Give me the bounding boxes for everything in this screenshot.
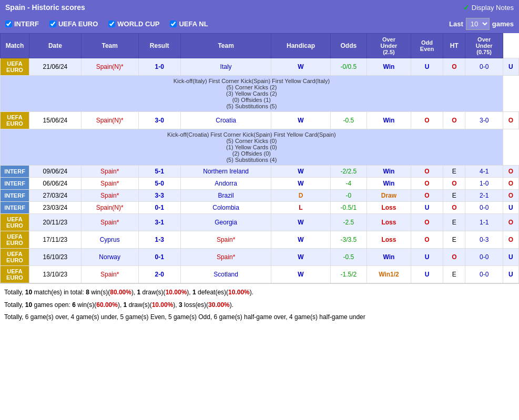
filter-world-cup: WORLD CUP [108,20,159,28]
over-under-cell: U [411,266,443,283]
date-cell: 15/06/24 [29,112,82,129]
result-cell: 1-0 [138,58,180,76]
main-table: Match Date Team Result Team Handicap Odd… [0,33,519,283]
team1-cell: Spain(N)* [81,58,138,76]
odd-even-cell: E [443,266,465,283]
odd-even-cell: O [443,249,465,266]
col-odd-even: OddEven [411,34,443,58]
team1-cell: Spain* [81,178,138,190]
team2-cell: Spain* [180,231,271,249]
last-games-select[interactable]: 10 20 30 [466,18,490,30]
games-label: games [492,20,514,28]
date-cell: 16/10/23 [29,249,82,266]
date-cell: 17/11/23 [29,231,82,249]
over-under-cell: U [411,58,443,76]
date-cell: 20/11/23 [29,214,82,231]
table-row: INTERF 06/06/24 Spain* 5-0 Andorra W -4 … [1,178,519,190]
match-cell: UEFA EURO [1,231,29,249]
ht-cell: 0-0 [465,58,503,76]
over-under2-cell: U [503,58,518,76]
filter-uefa-euro: UEFA EURO [49,20,98,28]
over-under-cell: O [411,231,443,249]
over-under2-cell: O [503,214,518,231]
handicap-cell: -0.5/1 [330,202,367,214]
team2-cell: Andorra [180,178,271,190]
table-row: INTERF 09/06/24 Spain* 5-1 Northern Irel… [1,166,519,178]
over-under2-cell: U [503,202,518,214]
summary-line3: Totally, 6 game(s) over, 4 game(s) under… [4,312,515,323]
table-row: UEFA EURO 17/11/23 Cyprus 1-3 Spain* W -… [1,231,519,249]
odds-cell: Win [367,249,411,266]
match-cell: INTERF [1,190,29,202]
wld-cell: D [271,190,330,202]
result-cell: 5-0 [138,178,180,190]
wld-cell: W [271,231,330,249]
over-under-cell: O [411,190,443,202]
result-cell: 1-3 [138,231,180,249]
ht-cell: 1-1 [465,214,503,231]
world-cup-checkbox[interactable] [108,21,115,27]
match-cell: UEFA EURO [1,112,29,129]
date-cell: 27/03/24 [29,190,82,202]
over-under-cell: O [411,112,443,129]
odds-cell: Win [367,112,411,129]
col-match: Match [1,34,29,58]
wld-cell: W [271,112,330,129]
odds-cell: Win [367,178,411,190]
date-cell: 06/06/24 [29,178,82,190]
odds-cell: Win [367,58,411,76]
over-under2-cell: O [503,112,518,129]
over-under2-cell: O [503,178,518,190]
ht-cell: 0-0 [465,249,503,266]
over-under2-cell: O [503,231,518,249]
wld-cell: W [271,266,330,283]
world-cup-label: WORLD CUP [117,20,159,28]
odd-even-cell: E [443,231,465,249]
notes-row: Kick-off(Italy) First Corner Kick(Spain)… [1,76,519,112]
interf-label: INTERF [14,20,39,28]
odds-cell: Win1/2 [367,266,411,283]
team1-cell: Cyprus [81,231,138,249]
uefa-euro-checkbox[interactable] [49,21,56,27]
result-cell: 3-1 [138,214,180,231]
date-cell: 23/03/24 [29,202,82,214]
odd-even-cell: E [443,190,465,202]
interf-checkbox[interactable] [5,21,12,27]
odds-cell: Draw [367,190,411,202]
team2-cell: Italy [180,58,271,76]
table-row: UEFA EURO 13/10/23 Spain* 2-0 Scotland W… [1,266,519,283]
table-row: UEFA EURO 21/06/24 Spain(N)* 1-0 Italy W… [1,58,519,76]
notes-row: Kick-off(Croatia) First Corner Kick(Spai… [1,129,519,166]
wld-cell: W [271,58,330,76]
summary-line2: Totally, 10 games open: 6 win(s)(60.00%)… [4,300,515,311]
result-cell: 0-1 [138,202,180,214]
col-odds: Odds [330,34,367,58]
match-cell: INTERF [1,166,29,178]
uefa-nl-checkbox[interactable] [170,21,177,27]
date-cell: 09/06/24 [29,166,82,178]
col-ht: HT [443,34,465,58]
ht-cell: 0-3 [465,231,503,249]
table-row: INTERF 27/03/24 Spain* 3-3 Brazil D -0 D… [1,190,519,202]
over-under2-cell: U [503,249,518,266]
result-cell: 2-0 [138,266,180,283]
filter-interf: INTERF [5,20,39,28]
wld-cell: W [271,178,330,190]
ht-cell: 2-1 [465,190,503,202]
display-notes-container: ✓ Display Notes [463,4,514,12]
notes-cell: Kick-off(Italy) First Corner Kick(Spain)… [1,76,503,112]
table-row: INTERF 23/03/24 Spain(N)* 0-1 Colombia L… [1,202,519,214]
ht-cell: 3-0 [465,112,503,129]
table-row: UEFA EURO 16/10/23 Norway 0-1 Spain* W -… [1,249,519,266]
over-under-cell: O [411,214,443,231]
result-cell: 3-3 [138,190,180,202]
ht-cell: 4-1 [465,166,503,178]
handicap-cell: -0.5 [330,249,367,266]
team2-cell: Colombia [180,202,271,214]
handicap-cell: -2.5 [330,214,367,231]
over-under-cell: O [411,166,443,178]
team2-cell: Spain* [180,249,271,266]
date-cell: 21/06/24 [29,58,82,76]
team1-cell: Spain* [81,266,138,283]
handicap-cell: -3/3.5 [330,231,367,249]
